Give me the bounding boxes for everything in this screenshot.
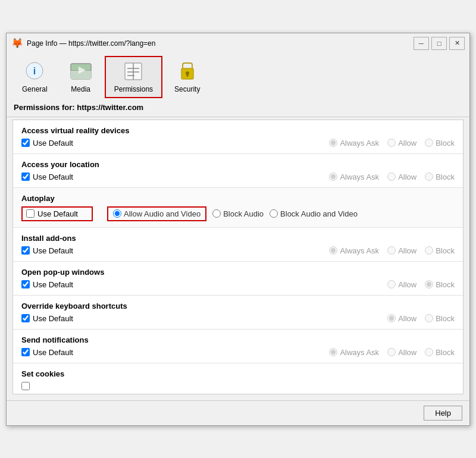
vr-use-default-checkbox[interactable]: [21, 139, 30, 147]
vr-use-default-text: Use Default: [33, 139, 73, 148]
keyboard-radio-group: Allow Block: [387, 314, 455, 323]
location-use-default-label[interactable]: Use Default: [21, 172, 93, 181]
section-popups: Open pop-up windows Use Default Allow: [13, 262, 463, 296]
loc-block-option[interactable]: Block: [425, 172, 455, 181]
section-keyboard-title: Override keyboard shortcuts: [21, 302, 455, 310]
keyboard-use-default-checkbox[interactable]: [21, 314, 30, 322]
addon-block-label: Block: [436, 246, 455, 255]
media-icon: [69, 61, 93, 83]
section-autoplay-row: Use Default Allow Audio and Video Block …: [21, 206, 455, 221]
tab-security-label: Security: [174, 85, 200, 93]
notifications-use-default-label[interactable]: Use Default: [21, 348, 93, 357]
help-button[interactable]: Help: [424, 406, 462, 421]
popups-use-default-checkbox[interactable]: [21, 280, 30, 288]
notif-allow-label: Allow: [398, 348, 416, 357]
autoplay-use-default-label[interactable]: Use Default: [21, 206, 93, 221]
section-keyboard: Override keyboard shortcuts Use Default …: [13, 296, 463, 330]
loc-allow-option[interactable]: Allow: [387, 172, 416, 181]
section-cookies-title: Set cookies: [21, 369, 455, 378]
section-addons: Install add-ons Use Default Always Ask: [13, 228, 463, 262]
addon-allow-option[interactable]: Allow: [387, 246, 416, 255]
section-addons-row: Use Default Always Ask Allow: [21, 246, 455, 255]
popup-block-radio[interactable]: [425, 280, 433, 288]
kb-allow-option[interactable]: Allow: [387, 314, 416, 323]
general-icon: i: [23, 61, 46, 83]
addon-allow-radio[interactable]: [387, 246, 396, 255]
kb-block-label: Block: [436, 314, 455, 323]
close-button[interactable]: ✕: [449, 37, 465, 50]
notifications-use-default-checkbox[interactable]: [21, 348, 30, 356]
restore-button[interactable]: □: [431, 37, 447, 50]
section-location-row: Use Default Always Ask Allow: [21, 172, 455, 181]
popups-radio-group: Allow Block: [387, 280, 455, 289]
section-popups-row: Use Default Allow Block: [21, 280, 455, 289]
loc-block-radio[interactable]: [425, 172, 433, 181]
notif-allow-option[interactable]: Allow: [387, 348, 416, 357]
vr-radio-group: Always Ask Allow Block: [329, 139, 455, 148]
tab-general[interactable]: i General: [12, 56, 57, 98]
notif-allow-radio[interactable]: [387, 348, 396, 356]
addon-allow-label: Allow: [398, 246, 416, 255]
addon-always-ask-option[interactable]: Always Ask: [329, 246, 379, 255]
vr-always-ask-radio[interactable]: [329, 139, 337, 147]
loc-allow-radio[interactable]: [387, 172, 396, 181]
vr-block-option[interactable]: Block: [425, 139, 455, 148]
main-window: 🦊 Page Info — https://twitter.com/?lang=…: [6, 33, 470, 426]
addons-use-default-label[interactable]: Use Default: [21, 246, 93, 255]
notif-block-option[interactable]: Block: [425, 348, 455, 357]
svg-text:i: i: [33, 66, 36, 76]
kb-block-option[interactable]: Block: [425, 314, 455, 323]
notifications-radio-group: Always Ask Allow Block: [329, 348, 455, 357]
keyboard-use-default-label[interactable]: Use Default: [21, 314, 93, 323]
vr-always-ask-option[interactable]: Always Ask: [329, 139, 379, 148]
cookies-use-default-label[interactable]: [21, 382, 93, 390]
section-location-title: Access your location: [21, 160, 455, 169]
location-use-default-checkbox[interactable]: [21, 172, 30, 181]
vr-allow-radio[interactable]: [387, 139, 396, 147]
vr-allow-option[interactable]: Allow: [387, 139, 416, 148]
kb-block-radio[interactable]: [425, 314, 433, 322]
notif-always-ask-radio[interactable]: [329, 348, 337, 356]
section-addons-title: Install add-ons: [21, 234, 455, 243]
kb-allow-radio[interactable]: [387, 314, 396, 322]
popup-allow-label: Allow: [398, 280, 416, 289]
tab-media[interactable]: Media: [60, 56, 102, 98]
ap-block-av-radio[interactable]: [270, 209, 278, 218]
ap-allow-av-option[interactable]: Allow Audio and Video: [107, 206, 206, 221]
notif-block-radio[interactable]: [425, 348, 433, 356]
vr-use-default-label[interactable]: Use Default: [21, 139, 93, 148]
addon-always-ask-radio[interactable]: [329, 246, 337, 255]
cookies-use-default-checkbox[interactable]: [21, 382, 30, 390]
ap-block-av-label: Block Audio and Video: [280, 209, 358, 218]
section-cookies: Set cookies: [13, 363, 463, 394]
permissions-scroll[interactable]: Access virtual reality devices Use Defau…: [13, 120, 463, 394]
addon-block-radio[interactable]: [425, 246, 433, 255]
popup-block-option[interactable]: Block: [425, 280, 455, 289]
loc-always-ask-radio[interactable]: [329, 172, 337, 181]
notif-always-ask-option[interactable]: Always Ask: [329, 348, 379, 357]
notif-block-label: Block: [436, 348, 455, 357]
autoplay-use-default-checkbox[interactable]: [26, 209, 35, 218]
popup-allow-option[interactable]: Allow: [387, 280, 416, 289]
autoplay-use-default-text: Use Default: [37, 209, 78, 218]
vr-allow-label: Allow: [398, 139, 416, 148]
title-bar-controls: ─ □ ✕: [414, 37, 465, 50]
section-location: Access your location Use Default Always …: [13, 154, 463, 188]
loc-always-ask-option[interactable]: Always Ask: [329, 172, 379, 181]
tab-permissions[interactable]: Permissions: [105, 56, 162, 98]
section-autoplay-title: Autoplay: [21, 194, 455, 203]
section-vr: Access virtual reality devices Use Defau…: [13, 120, 463, 154]
addons-use-default-checkbox[interactable]: [21, 246, 30, 255]
ap-block-audio-option[interactable]: Block Audio: [212, 209, 264, 218]
minimize-button[interactable]: ─: [414, 37, 429, 50]
section-autoplay: Autoplay Use Default Allow Audio and Vid…: [13, 188, 463, 228]
addon-block-option[interactable]: Block: [425, 246, 455, 255]
popup-allow-radio[interactable]: [387, 280, 396, 288]
popup-block-label: Block: [436, 280, 455, 289]
ap-block-audio-radio[interactable]: [212, 209, 221, 218]
ap-block-av-option[interactable]: Block Audio and Video: [270, 209, 358, 218]
popups-use-default-label[interactable]: Use Default: [21, 280, 93, 289]
ap-allow-av-radio[interactable]: [113, 209, 121, 218]
tab-security[interactable]: Security: [165, 56, 209, 98]
vr-block-radio[interactable]: [425, 139, 433, 147]
